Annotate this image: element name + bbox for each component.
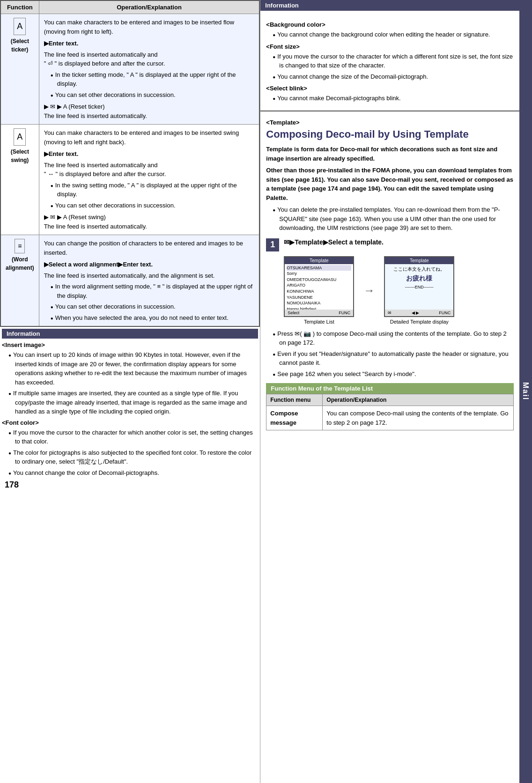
swing-bullet-1: In the swing setting mode, " A " is disp… xyxy=(51,181,255,199)
right-mail-icon: ✉ xyxy=(388,310,392,315)
swing-content: You can make characters to be entered an… xyxy=(39,125,259,235)
font-size-bullet-2: You cannot change the size of the Decoma… xyxy=(273,72,513,81)
template-intro: Template is form data for Deco-mail for … xyxy=(266,145,513,163)
swing-reset-desc: The line feed is inserted automatically. xyxy=(44,222,255,231)
alignment-bullet-3: When you have selected the area, you do … xyxy=(51,313,255,323)
ticker-reset: ▶ ✉ ▶ A (Reset ticker) xyxy=(44,102,255,111)
ticker-cell: A (Select ticker) xyxy=(0,14,39,125)
swing-reset: ▶ ✉ ▶ A (Reset swing) xyxy=(44,213,255,222)
screen-right-header: Template xyxy=(385,257,453,264)
ticker-bullet-2: You can set other decorations in success… xyxy=(51,90,255,100)
table-row: ≡ (Word alignment) You can change the po… xyxy=(0,235,259,327)
compose-message-op: You can compose Deco-mail using the cont… xyxy=(323,406,513,430)
alignment-bullet-2: You can set other decorations in success… xyxy=(51,302,255,311)
ticker-enter: ▶Enter text. xyxy=(44,39,255,48)
ticker-bullet-1: In the ticker setting mode, " A " is dis… xyxy=(51,70,255,89)
table-row: A (Select swing) You can make characters… xyxy=(0,125,259,235)
ticker-reset-desc: The line feed is inserted automatically. xyxy=(44,111,255,121)
screen-right-label: Detailed Template display xyxy=(390,319,449,325)
swing-intro: You can make characters to be entered an… xyxy=(44,128,255,147)
list-item: ARIGATO xyxy=(287,282,351,288)
compose-message-label: Compose message xyxy=(266,406,323,430)
after-bullet-3: See page 162 when you select "Search by … xyxy=(273,369,513,379)
func-btn[interactable]: FUNC xyxy=(339,310,350,315)
table-row: Compose message You can compose Deco-mai… xyxy=(266,406,513,430)
swing-label: (Select swing) xyxy=(11,148,29,163)
font-color-bullet-3: You cannot change the color of Decomail-… xyxy=(8,468,258,478)
list-item: KONNICHIWA xyxy=(287,288,351,295)
func-menu-header: Function Menu of the Template List xyxy=(266,383,513,394)
ticker-icon: A xyxy=(14,18,26,35)
alignment-label: (Word alignment) xyxy=(6,256,34,271)
alignment-icon: ≡ xyxy=(15,239,25,253)
info-section-left: Information <Insert image> You can inser… xyxy=(0,329,260,477)
screen-left-label: Template List xyxy=(304,319,334,325)
select-template-text: Select a template. xyxy=(328,238,384,246)
mail-tab: Mail xyxy=(519,0,532,783)
screen-right-box: Template ここに本文を入れてね。 お疲れ様 -------END----… xyxy=(384,256,454,325)
screen-left-footer: Select FUNC xyxy=(285,310,353,316)
func-menu-col1: Function menu xyxy=(266,394,323,406)
font-color-bullet-1: If you move the cursor to the character … xyxy=(8,428,258,446)
select-blink-bullet-1: You cannot make Decomail-pictographs bli… xyxy=(273,94,513,103)
screen-left-header: Template xyxy=(285,257,353,264)
swing-feed: The line feed is inserted automatically … xyxy=(44,161,255,179)
select-btn[interactable]: Select xyxy=(288,310,299,315)
func-menu-table: Function menu Operation/Explanation Comp… xyxy=(266,394,513,430)
screen-left-box: Template OTSUKARESAMA Sorry OMEDETOUGOZA… xyxy=(284,256,354,325)
alignment-cell: ≡ (Word alignment) xyxy=(0,235,39,327)
func-menu-col2: Operation/Explanation xyxy=(323,394,513,406)
font-size-header: <Font size> xyxy=(266,43,513,50)
template-bullet-1: You can delete the pre-installed templat… xyxy=(273,205,513,233)
font-color-header: <Font color> xyxy=(2,419,258,426)
table-row: A (Select ticker) You can make character… xyxy=(0,14,259,125)
right-func-btn[interactable]: FUNC xyxy=(439,310,451,315)
page-wrapper: Function Operation/Explanation A (Select… xyxy=(0,0,532,783)
font-size-bullet-1: If you move the cursor to the character … xyxy=(273,52,513,70)
screen-left: Template OTSUKARESAMA Sorry OMEDETOUGOZA… xyxy=(284,256,354,317)
end-line: -------END------- xyxy=(387,285,451,289)
insert-bullet-1: You can insert up to 20 kinds of image w… xyxy=(8,350,258,387)
font-color-bullet-2: The color for pictographs is also subjec… xyxy=(8,448,258,466)
swing-bullet-2: You can set other decorations in success… xyxy=(51,201,255,210)
screen-right-footer: ✉ ◀ ▶ FUNC xyxy=(385,310,453,316)
divider xyxy=(260,111,519,111)
swing-enter: ▶Enter text. xyxy=(44,149,255,159)
swing-cell: A (Select swing) xyxy=(0,125,39,235)
screen-right-content: ここに本文を入れてね。 お疲れ様 -------END------- xyxy=(385,264,453,291)
after-bullet-2: Even if you set "Header/signature" to au… xyxy=(273,349,513,368)
step-1-row: 1 ✉▶Template▶Select a template. xyxy=(266,237,513,251)
ticker-content: You can make characters to be entered an… xyxy=(39,14,259,125)
japanese-text: ここに本文を入れてね。 xyxy=(387,266,451,273)
template-body: Template is form data for Deco-mail for … xyxy=(266,145,513,233)
template-btn: Template xyxy=(295,238,323,246)
step-1-icon-mail: ✉ xyxy=(284,238,289,246)
screens-arrow: → xyxy=(363,284,375,297)
step-1-text: ✉▶Template▶Select a template. xyxy=(284,237,384,247)
insert-bullet-2: If multiple same images are inserted, th… xyxy=(8,389,258,416)
page-number: 178 xyxy=(0,477,260,495)
list-item: OMEDETOUGOZAIMASU xyxy=(287,277,351,283)
col-function: Function xyxy=(0,0,39,14)
template-tag: <Template> xyxy=(266,119,513,126)
ticker-feed: The line feed is inserted automatically … xyxy=(44,50,255,68)
template-title: Composing Deco-mail by Using Template xyxy=(266,128,513,141)
swing-icon: A xyxy=(14,128,26,146)
screenshots-row: Template OTSUKARESAMA Sorry OMEDETOUGOZA… xyxy=(266,256,513,325)
bg-bullet-1: You cannot change the background color w… xyxy=(273,30,513,39)
after-bullet-1: Press ✉( 📷 ) to compose Deco-mail using … xyxy=(273,329,513,347)
left-column: Function Operation/Explanation A (Select… xyxy=(0,0,260,783)
col-operation: Operation/Explanation xyxy=(39,0,259,14)
insert-image-header: <Insert image> xyxy=(2,341,258,348)
right-nav-icon: ◀ ▶ xyxy=(412,310,420,315)
template-para2: Other than those pre-installed in the FO… xyxy=(266,166,513,202)
alignment-feed: The line feed is inserted automatically,… xyxy=(44,271,255,281)
ticker-intro: You can make characters to be entered an… xyxy=(44,18,255,36)
list-item: OTSUKARESAMA xyxy=(287,265,351,271)
function-table: Function Operation/Explanation A (Select… xyxy=(0,0,260,327)
otsukare-text: お疲れ様 xyxy=(387,274,451,283)
right-column: Information <Background color> You canno… xyxy=(260,0,519,783)
right-info-content: <Background color> You cannot change the… xyxy=(260,14,519,107)
info-right-top: Information <Background color> You canno… xyxy=(260,0,519,107)
info-header-right: Information xyxy=(260,0,519,11)
